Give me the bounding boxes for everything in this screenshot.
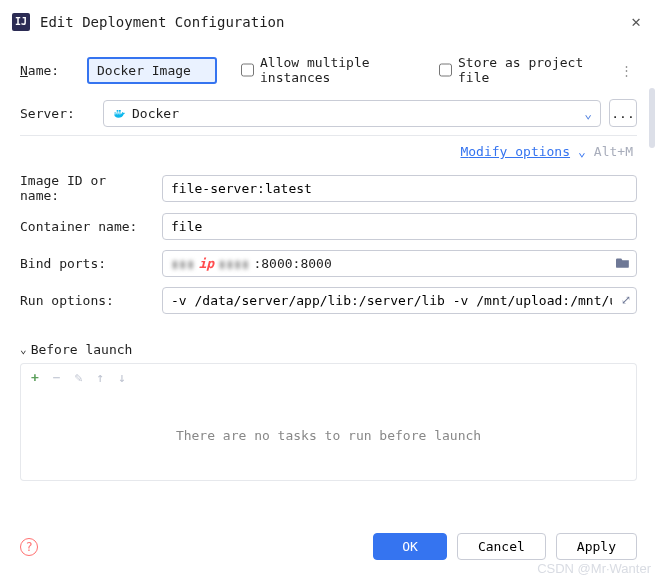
apply-button[interactable]: Apply bbox=[556, 533, 637, 560]
move-up-button[interactable]: ↑ bbox=[96, 370, 104, 385]
name-label: Name: bbox=[20, 63, 75, 78]
ok-button[interactable]: OK bbox=[373, 533, 447, 560]
app-icon: IJ bbox=[12, 13, 30, 31]
name-input[interactable] bbox=[87, 57, 217, 84]
move-down-button[interactable]: ↓ bbox=[118, 370, 126, 385]
run-options-label: Run options: bbox=[20, 293, 150, 308]
bind-ports-input[interactable]: ▮▮▮ ip ▮▮▮▮ :8000:8000 bbox=[162, 250, 637, 277]
before-launch-label: Before launch bbox=[31, 342, 133, 357]
close-icon[interactable]: ✕ bbox=[627, 8, 645, 35]
chevron-down-icon: ⌄ bbox=[578, 144, 586, 159]
ip-badge: ip bbox=[198, 256, 214, 271]
masked-text: ▮▮▮ bbox=[171, 256, 194, 271]
container-name-input[interactable] bbox=[162, 213, 637, 240]
image-id-input[interactable] bbox=[162, 175, 637, 202]
modify-shortcut: Alt+M bbox=[594, 144, 633, 159]
window-title: Edit Deployment Configuration bbox=[40, 14, 617, 30]
image-id-label: Image ID or name: bbox=[20, 173, 150, 203]
server-label: Server: bbox=[20, 106, 75, 121]
server-value: Docker bbox=[132, 106, 578, 121]
store-as-project-label: Store as project file bbox=[458, 55, 604, 85]
bind-ports-label: Bind ports: bbox=[20, 256, 150, 271]
modify-options-link[interactable]: Modify options bbox=[460, 144, 570, 159]
before-launch-empty: There are no tasks to run before launch bbox=[20, 391, 637, 481]
remove-task-button[interactable]: − bbox=[53, 370, 61, 385]
allow-multiple-checkbox[interactable]: Allow multiple instances bbox=[241, 55, 427, 85]
before-launch-toggle[interactable]: ⌄ Before launch bbox=[20, 342, 637, 357]
before-launch-toolbar: + − ✎ ↑ ↓ bbox=[20, 363, 637, 391]
add-task-button[interactable]: + bbox=[31, 370, 39, 385]
container-name-label: Container name: bbox=[20, 219, 150, 234]
masked-text: ▮▮▮▮ bbox=[218, 256, 249, 271]
chevron-down-icon: ⌄ bbox=[584, 106, 592, 121]
expand-icon[interactable]: ⤢ bbox=[621, 293, 631, 307]
divider bbox=[20, 135, 637, 136]
edit-task-button[interactable]: ✎ bbox=[75, 370, 83, 385]
cancel-button[interactable]: Cancel bbox=[457, 533, 546, 560]
run-options-input[interactable] bbox=[162, 287, 637, 314]
scrollbar[interactable] bbox=[649, 88, 655, 148]
more-icon[interactable]: ⋮ bbox=[616, 63, 637, 78]
allow-multiple-label: Allow multiple instances bbox=[260, 55, 427, 85]
server-browse-button[interactable]: ... bbox=[609, 99, 637, 127]
bind-ports-value: :8000:8000 bbox=[253, 256, 331, 271]
help-icon[interactable]: ? bbox=[20, 538, 38, 556]
server-select[interactable]: Docker ⌄ bbox=[103, 100, 601, 127]
caret-down-icon: ⌄ bbox=[20, 343, 27, 356]
store-as-project-checkbox[interactable]: Store as project file bbox=[439, 55, 604, 85]
folder-icon[interactable] bbox=[616, 256, 630, 271]
docker-icon bbox=[112, 106, 126, 120]
